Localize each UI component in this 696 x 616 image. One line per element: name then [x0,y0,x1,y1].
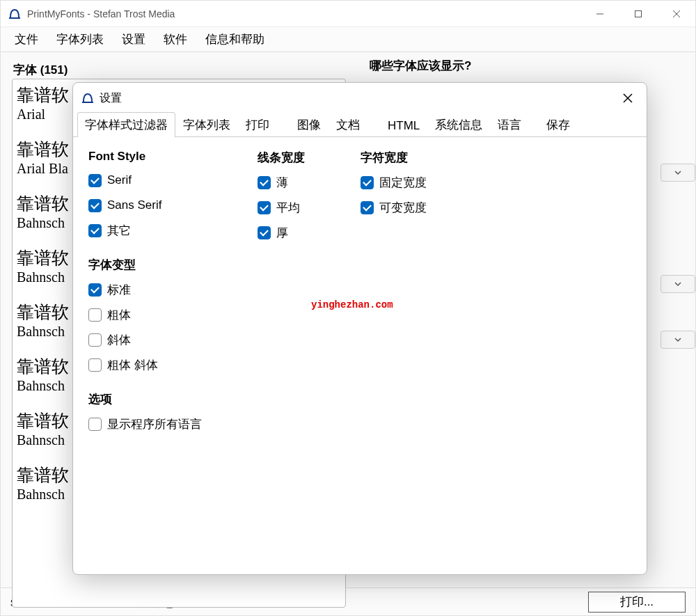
dropdown-toggle[interactable] [661,275,695,293]
tabstrip: 字体样式过滤器 字体列表 打印 图像 文档 HTML 系统信息 语言 保存 [73,113,647,137]
dropdown-toggle[interactable] [661,164,695,182]
app-icon [8,7,22,21]
tab-font-list[interactable]: 字体列表 [175,112,238,137]
checkbox-fixed-width[interactable]: 固定宽度 [361,171,427,194]
checkbox-label: 粗体 [107,307,131,323]
checkbox-variable-width[interactable]: 可变宽度 [361,196,427,219]
checkbox-icon [88,283,102,297]
checkbox-label: 平均 [276,200,300,216]
chevron-down-icon [674,335,682,344]
checkbox-label: Sans Serif [107,198,161,212]
checkbox-label: 显示程序所有语言 [107,416,202,432]
checkbox-icon [88,333,102,347]
column-font-style: Font Style Serif Sans Serif 其它 字体变型 标准 粗… [88,150,202,562]
checkbox-label: 粗体 斜体 [107,357,158,373]
checkbox-sans-serif[interactable]: Sans Serif [88,194,202,216]
close-button[interactable] [657,1,695,27]
checkbox-icon [361,176,374,189]
print-button[interactable]: 打印... [588,592,686,613]
watermark: yinghezhan.com [311,299,393,310]
checkbox-show-all-languages[interactable]: 显示程序所有语言 [88,413,202,435]
checkbox-icon [88,308,102,322]
checkbox-thin[interactable]: 薄 [258,171,305,194]
tab-document[interactable]: 文档 [329,112,367,137]
group-title-font-style: Font Style [88,150,202,164]
checkbox-icon [88,174,102,187]
checkbox-serif[interactable]: Serif [88,169,202,191]
tab-language[interactable]: 语言 [490,112,529,137]
svg-rect-2 [635,10,641,17]
checkbox-bold[interactable]: 粗体 [88,303,202,326]
checkbox-icon [258,226,271,239]
tab-save[interactable]: 保存 [539,112,578,137]
maximize-button[interactable] [619,1,657,27]
checkbox-label: Serif [107,173,132,187]
checkbox-label: 标准 [107,282,131,298]
minimize-button[interactable] [580,1,619,27]
checkbox-label: 可变宽度 [379,200,427,216]
chevron-down-icon [674,280,682,288]
window-title: PrintMyFonts - Stefan Trost Media [27,8,175,19]
checkbox-label: 其它 [107,223,131,239]
close-icon [623,93,633,103]
menu-fontlist[interactable]: 字体列表 [48,27,112,52]
checkbox-icon [258,176,271,189]
dialog-titlebar: 设置 [73,83,647,113]
fonts-header: 字体 (151) [13,62,683,78]
titlebar: PrintMyFonts - Stefan Trost Media [1,1,695,27]
tab-html[interactable]: HTML [380,114,427,137]
dialog-close-button[interactable] [617,88,638,109]
menu-settings[interactable]: 设置 [113,27,154,52]
checkbox-other[interactable]: 其它 [88,219,202,242]
checkbox-label: 固定宽度 [379,175,427,191]
menu-help[interactable]: 信息和帮助 [197,27,273,52]
checkbox-bold-italic[interactable]: 粗体 斜体 [88,354,202,376]
group-title-char-width: 字符宽度 [361,150,427,166]
app-icon [81,92,94,104]
checkbox-icon [258,201,271,214]
display-header: 哪些字体应该显示? [370,58,471,74]
column-char-width: 字符宽度 固定宽度 可变宽度 [361,150,427,562]
menu-file[interactable]: 文件 [6,27,47,52]
group-title-options: 选项 [88,391,202,407]
dropdown-toggle[interactable] [661,331,695,349]
tab-font-style-filter[interactable]: 字体样式过滤器 [77,112,175,137]
group-title-line-width: 线条宽度 [258,150,305,166]
checkbox-icon [88,224,102,237]
menubar: 文件 字体列表 设置 软件 信息和帮助 [1,27,695,52]
checkbox-label: 厚 [276,225,288,241]
settings-dialog: 设置 字体样式过滤器 字体列表 打印 图像 文档 HTML 系统信息 语言 保存… [72,82,647,575]
checkbox-label: 斜体 [107,332,131,348]
dialog-title: 设置 [100,91,122,106]
checkbox-italic[interactable]: 斜体 [88,329,202,351]
checkbox-icon [88,418,102,431]
tab-image[interactable]: 图像 [290,112,329,137]
checkbox-label: 薄 [276,175,288,191]
column-line-width: 线条宽度 薄 平均 厚 [258,150,305,562]
checkbox-standard[interactable]: 标准 [88,278,202,301]
checkbox-icon [361,201,374,214]
checkbox-icon [88,199,102,212]
checkbox-icon [88,358,102,372]
dialog-body: Font Style Serif Sans Serif 其它 字体变型 标准 粗… [73,137,647,574]
checkbox-average[interactable]: 平均 [258,196,305,219]
menu-software[interactable]: 软件 [155,27,196,52]
tab-system-info[interactable]: 系统信息 [427,112,490,137]
group-title-variant: 字体变型 [88,257,202,273]
tab-print[interactable]: 打印 [238,112,277,137]
checkbox-thick[interactable]: 厚 [258,221,305,244]
chevron-down-icon [674,168,682,177]
